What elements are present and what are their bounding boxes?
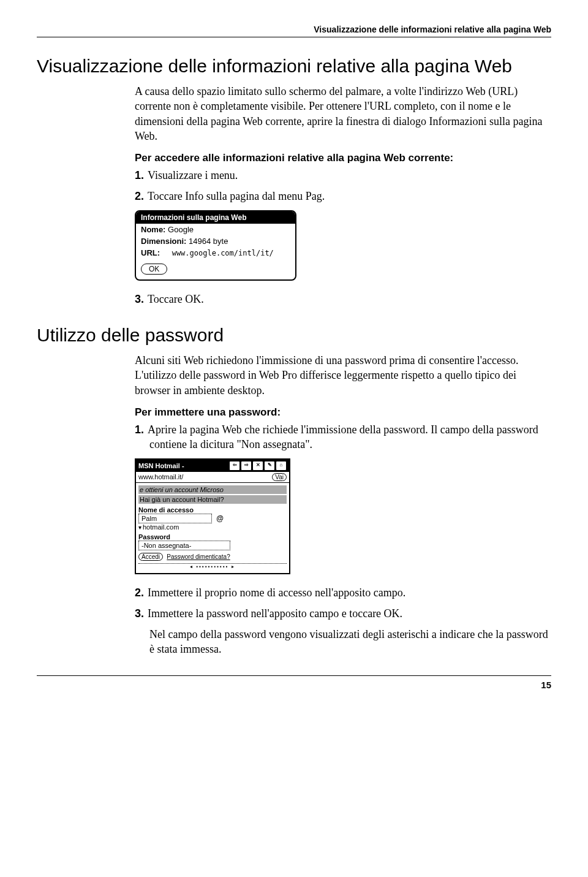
step-text: Toccare OK. — [148, 293, 204, 305]
footer-rule — [37, 675, 551, 676]
section-heading-2: Utilizzo delle password — [37, 325, 551, 346]
name-value: Google — [168, 225, 194, 234]
intro-paragraph-1: A causa dello spazio limitato sullo sche… — [135, 84, 551, 143]
intro-paragraph-2: Alcuni siti Web richiedono l'immissione … — [135, 353, 551, 398]
forward-icon[interactable]: ⇨ — [241, 461, 252, 471]
password-label: Password — [138, 533, 287, 541]
size-value: 14964 byte — [189, 237, 228, 246]
name-label: Nome: — [141, 225, 165, 234]
url-label: URL: — [141, 248, 160, 257]
step-1-1: 1.Visualizzare i menu. — [135, 168, 551, 183]
stop-icon[interactable]: ✕ — [252, 461, 263, 471]
ok-button[interactable]: OK — [141, 264, 167, 275]
back-icon[interactable]: ⇦ — [229, 461, 240, 471]
step-text: Visualizzare i menu. — [148, 169, 238, 181]
bookmark-icon[interactable]: ✎ — [264, 461, 275, 471]
step-2-2: 2.Immettere il proprio nome di accesso n… — [135, 585, 551, 600]
running-header: Visualizzazione delle informazioni relat… — [37, 25, 551, 34]
info-dialog: Informazioni sulla pagina Web Nome: Goog… — [135, 210, 296, 281]
page-header: Visualizzazione delle informazioni relat… — [37, 25, 551, 37]
step-2-3: 3.Immettere la password nell'apposito ca… — [135, 606, 551, 621]
procedure-heading-1: Per accedere alle informazioni relative … — [135, 152, 551, 164]
step-number: 2. — [135, 190, 144, 202]
domain-dropdown[interactable]: hotmail.com — [138, 523, 287, 531]
step-2-1: 1.Aprire la pagina Web che richiede l'im… — [135, 422, 551, 452]
forgot-password-link[interactable]: Password dimenticata? — [167, 553, 230, 560]
header-rule — [37, 37, 551, 37]
dialog-row-name: Nome: Google — [136, 224, 295, 235]
step-text: Immettere il proprio nome di accesso nel… — [148, 587, 405, 599]
step-number: 2. — [135, 587, 144, 599]
size-label: Dimensioni: — [141, 237, 186, 246]
step-text: Aprire la pagina Web che richiede l'immi… — [148, 423, 538, 450]
home-icon[interactable]: ⌂ — [276, 461, 287, 471]
step-text: Toccare Info sulla pagina dal menu Pag. — [148, 190, 325, 202]
login-row: Accedi Password dimenticata? — [138, 552, 287, 561]
password-input[interactable]: -Non assegnata- — [138, 541, 230, 550]
step-number: 3. — [135, 293, 144, 305]
step-1-2: 2.Toccare Info sulla pagina dal menu Pag… — [135, 189, 551, 203]
url-value: www.google.com/intl/it/ — [162, 249, 274, 257]
section-heading-1: Visualizzazione delle informazioni relat… — [37, 56, 551, 77]
browser-mock: MSN Hotmail - ⇦ ⇨ ✕ ✎ ⌂ www.hotmail.it/ … — [135, 458, 290, 574]
procedure-heading-2: Per immettere una password: — [135, 406, 551, 419]
username-row: Palm @ — [138, 514, 287, 523]
question-text: Hai già un account Hotmail? — [138, 495, 287, 504]
step-number: 3. — [135, 607, 144, 620]
dialog-row-url: URL: www.google.com/intl/it/ — [136, 247, 295, 259]
step-text: Immettere la password nell'apposito camp… — [148, 607, 402, 620]
at-symbol: @ — [216, 514, 224, 523]
url-bar: www.hotmail.it/ Vai — [136, 472, 289, 483]
dialog-title: Informazioni sulla pagina Web — [136, 211, 295, 224]
note-paragraph: Nel campo della password vengono visuali… — [149, 627, 551, 657]
step-number: 1. — [135, 169, 144, 181]
username-label: Nome di accesso — [138, 506, 287, 514]
toolbar-icons: ⇦ ⇨ ✕ ✎ ⌂ — [229, 461, 287, 471]
login-button[interactable]: Accedi — [138, 553, 163, 561]
dialog-row-size: Dimensioni: 14964 byte — [136, 235, 295, 247]
browser-content: e ottieni un account Microso Hai già un … — [136, 483, 289, 573]
step-1-3: 3.Toccare OK. — [135, 292, 551, 306]
step-number: 1. — [135, 423, 144, 436]
url-field[interactable]: www.hotmail.it/ — [138, 473, 272, 480]
browser-title: MSN Hotmail - — [138, 462, 229, 469]
go-button[interactable]: Vai — [272, 473, 287, 481]
page-number: 15 — [37, 680, 551, 690]
banner-text: e ottieni un account Microso — [138, 485, 287, 494]
browser-titlebar: MSN Hotmail - ⇦ ⇨ ✕ ✎ ⌂ — [136, 460, 289, 472]
scrollbar-indicator[interactable]: ◂ ▪▪▪▪▪▪▪▪▪▪▪ ▸ — [138, 563, 287, 569]
username-input[interactable]: Palm — [138, 514, 212, 523]
